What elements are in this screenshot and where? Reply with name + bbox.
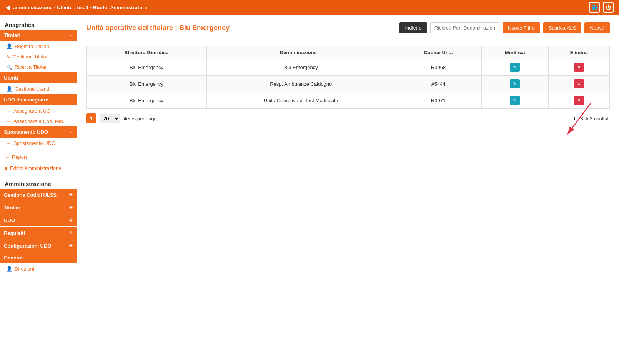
new-button[interactable]: Nuova bbox=[584, 22, 610, 33]
content-area: Unità operative del titolare : Blu Emerg… bbox=[77, 15, 619, 364]
requisiti-label: Requisiti bbox=[4, 230, 25, 236]
delete-button-0[interactable]: ✕ bbox=[574, 63, 584, 72]
cell-codice: A5444 bbox=[395, 76, 481, 92]
utenti-collapse-icon: − bbox=[70, 75, 73, 81]
search-icon: 🔍 bbox=[6, 64, 12, 70]
menu-toggle-icon[interactable]: ◀ bbox=[5, 4, 10, 11]
main-layout: Anagrafica Titolari − 👤 Registra Titolar… bbox=[0, 15, 619, 364]
arrow-icon-uo: → bbox=[6, 108, 11, 114]
globe-button[interactable]: 🌐 bbox=[589, 2, 600, 13]
amministrazione-section-title: Amministrazione bbox=[0, 177, 77, 189]
sidebar-group-titolari[interactable]: Titolari − bbox=[0, 30, 77, 41]
sidebar-item-assegnare-uo[interactable]: → Assegnare a UO bbox=[0, 106, 77, 116]
col-denominazione: Denominazione ↑ bbox=[207, 46, 395, 59]
sidebar-group-udo-assign[interactable]: UDO da assegnare − bbox=[0, 94, 77, 105]
sidebar-group-configurazioni[interactable]: Configurazioni UDO + bbox=[0, 239, 77, 252]
table-row: Blu Emergency Blu Emergency R3068 ✎ ✕ bbox=[87, 59, 610, 76]
new-filter-button[interactable]: Nuovo Filtro bbox=[503, 22, 540, 33]
configurazioni-expand-icon: + bbox=[69, 242, 73, 249]
titolari-group-label: Titolari bbox=[4, 32, 20, 38]
sidebar-item-gestione-utenti[interactable]: 👤 Gestione Utenti bbox=[0, 84, 77, 94]
sidebar-group-udo-admin[interactable]: UDO + bbox=[0, 214, 77, 226]
utenti-group-label: Utenti bbox=[4, 75, 18, 81]
cell-codice: R3068 bbox=[395, 59, 481, 76]
person-icon-direzioni: 👤 bbox=[6, 266, 12, 272]
page-number-1[interactable]: 1 bbox=[86, 113, 96, 123]
cell-elimina: ✕ bbox=[548, 59, 609, 76]
udo-admin-expand-icon: + bbox=[69, 217, 73, 224]
sidebar-item-spostamento-udo[interactable]: → Spostamento UDO bbox=[0, 138, 77, 148]
titolari-admin-label: Titolari bbox=[4, 205, 20, 211]
page-title: Unità operative del titolare : Blu Emerg… bbox=[86, 24, 230, 32]
configurazioni-label: Configurazioni UDO bbox=[4, 243, 52, 249]
sidebar-group-generali[interactable]: Generali − bbox=[0, 252, 77, 263]
cell-struttura: Blu Emergency bbox=[87, 76, 207, 92]
back-button[interactable]: Indietro bbox=[399, 22, 427, 33]
gestione-codici-expand-icon: + bbox=[69, 191, 73, 198]
pagination-area: 1 20 50 100 items per page 1 - 3 di 3 ri… bbox=[86, 113, 610, 123]
cell-denominazione: Unità Operativa di Test Modificata bbox=[207, 92, 395, 109]
cell-struttura: Blu Emergency bbox=[87, 59, 207, 76]
main-table: Struttura Giuridica Denominazione ↑ Codi… bbox=[86, 46, 610, 109]
sidebar-group-requisiti[interactable]: Requisiti + bbox=[0, 227, 77, 239]
arrow-icon-report: → bbox=[5, 154, 10, 160]
delete-button-2[interactable]: ✕ bbox=[574, 96, 584, 105]
edit-icon: ✎ bbox=[6, 54, 10, 60]
sidebar-item-edifici[interactable]: ■ Edifici Amministrazione bbox=[0, 163, 77, 174]
col-modifica: Modifica bbox=[481, 46, 548, 59]
sidebar-item-assegnare-cod[interactable]: → Assegnare a Cod. Min. bbox=[0, 116, 77, 126]
cell-modifica: ✎ bbox=[481, 76, 548, 92]
cell-struttura: Blu Emergency bbox=[87, 92, 207, 109]
table-row: Blu Emergency Resp. Ambulanze Caldogno A… bbox=[87, 76, 610, 92]
anagrafica-section-title: Anagrafica bbox=[0, 18, 77, 30]
sidebar: Anagrafica Titolari − 👤 Registra Titolar… bbox=[0, 15, 77, 364]
cell-codice: R3071 bbox=[395, 92, 481, 109]
col-codice: Codice Un... bbox=[395, 46, 481, 59]
results-info: 1 - 3 di 3 risultati bbox=[573, 116, 610, 121]
spostamento-group-label: Spostamento UDO bbox=[4, 129, 48, 135]
search-input[interactable] bbox=[430, 22, 499, 33]
cell-denominazione: Blu Emergency bbox=[207, 59, 395, 76]
sidebar-group-utenti[interactable]: Utenti − bbox=[0, 72, 77, 83]
topbar-title-area: ◀ amministrazione - Utente : test1 - Ruo… bbox=[5, 4, 147, 11]
table-row: Blu Emergency Unità Operativa di Test Mo… bbox=[87, 92, 610, 109]
col-elimina: Elimina bbox=[548, 46, 609, 59]
person-icon: 👤 bbox=[6, 43, 12, 49]
cell-elimina: ✕ bbox=[548, 92, 609, 109]
sidebar-item-registra-titolari[interactable]: 👤 Registra Titolari bbox=[0, 41, 77, 52]
per-page-select[interactable]: 20 50 100 bbox=[100, 114, 120, 123]
sidebar-group-spostamento[interactable]: Spostamento UDO − bbox=[0, 126, 77, 138]
titolari-admin-expand-icon: + bbox=[69, 204, 73, 211]
cell-modifica: ✎ bbox=[481, 92, 548, 109]
arrow-icon-spostamento: → bbox=[6, 140, 11, 146]
titolari-collapse-icon: − bbox=[70, 32, 73, 38]
items-per-page-label: items per page bbox=[124, 116, 157, 121]
generali-group-label: Generali bbox=[4, 255, 24, 261]
cell-denominazione: Resp. Ambulanze Caldogno bbox=[207, 76, 395, 92]
spostamento-collapse-icon: − bbox=[70, 129, 73, 135]
sidebar-item-gestione-titolari[interactable]: ✎ Gestione Titolari bbox=[0, 52, 77, 62]
gestione-codici-label: Gestione Codici ULSS bbox=[4, 192, 57, 198]
delete-button-1[interactable]: ✕ bbox=[574, 79, 584, 88]
edit-button-2[interactable]: ✎ bbox=[510, 96, 520, 105]
cell-elimina: ✕ bbox=[548, 76, 609, 92]
edit-button-1[interactable]: ✎ bbox=[510, 79, 520, 88]
sort-icon-denominazione[interactable]: ↑ bbox=[319, 50, 322, 55]
export-button[interactable]: Scarica XLS bbox=[543, 22, 582, 33]
topbar: ◀ amministrazione - Utente : test1 - Ruo… bbox=[0, 0, 619, 15]
topbar-actions: 🌐 ⏻ bbox=[589, 2, 614, 13]
cell-modifica: ✎ bbox=[481, 59, 548, 76]
topbar-title: amministrazione - Utente : test1 - Ruolo… bbox=[13, 5, 147, 10]
generali-collapse-icon: − bbox=[70, 255, 73, 261]
sidebar-item-ricerca-titolari[interactable]: 🔍 Ricerca Titolari bbox=[0, 62, 77, 72]
sidebar-item-direzioni[interactable]: 👤 Direzioni bbox=[0, 264, 77, 274]
person-icon-utenti: 👤 bbox=[6, 86, 12, 92]
sidebar-item-report[interactable]: → Report bbox=[0, 151, 77, 163]
edit-button-0[interactable]: ✎ bbox=[510, 63, 520, 72]
building-icon: ■ bbox=[5, 165, 8, 171]
sidebar-group-titolari-admin[interactable]: Titolari + bbox=[0, 201, 77, 214]
toolbar: Indietro Nuovo Filtro Scarica XLS Nuova bbox=[399, 22, 610, 33]
sidebar-group-gestione-codici[interactable]: Gestione Codici ULSS + bbox=[0, 189, 77, 201]
udo-admin-label: UDO bbox=[4, 218, 15, 223]
power-button[interactable]: ⏻ bbox=[603, 2, 614, 13]
